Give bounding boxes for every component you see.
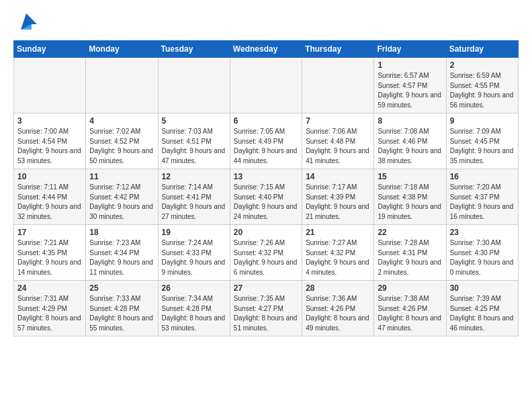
day-number: 11: [89, 172, 154, 181]
cell-0-6: 2Sunrise: 6:59 AM Sunset: 4:55 PM Daylig…: [446, 58, 518, 113]
cell-content: Sunrise: 7:20 AM Sunset: 4:37 PM Dayligh…: [450, 183, 515, 222]
cell-content: Sunrise: 7:35 AM Sunset: 4:27 PM Dayligh…: [234, 294, 298, 333]
cell-2-0: 10Sunrise: 7:11 AM Sunset: 4:44 PM Dayli…: [14, 169, 86, 225]
day-number: 4: [89, 116, 154, 126]
cell-content: Sunrise: 7:21 AM Sunset: 4:35 PM Dayligh…: [17, 238, 82, 277]
weekday-friday: Friday: [374, 41, 446, 58]
cell-0-4: [302, 58, 374, 113]
day-number: 28: [306, 283, 370, 293]
day-number: 21: [306, 228, 370, 237]
cell-4-2: 26Sunrise: 7:34 AM Sunset: 4:28 PM Dayli…: [158, 281, 230, 336]
week-row-0: 1Sunrise: 6:57 AM Sunset: 4:57 PM Daylig…: [14, 58, 519, 113]
cell-content: Sunrise: 6:59 AM Sunset: 4:55 PM Dayligh…: [450, 71, 515, 110]
header: [13, 11, 519, 32]
cell-1-6: 9Sunrise: 7:09 AM Sunset: 4:45 PM Daylig…: [446, 113, 518, 169]
weekday-sunday: Sunday: [14, 41, 86, 58]
day-number: 29: [378, 283, 442, 293]
cell-0-1: [86, 58, 158, 113]
day-number: 2: [450, 60, 515, 70]
cell-4-0: 24Sunrise: 7:31 AM Sunset: 4:29 PM Dayli…: [14, 281, 86, 336]
cell-1-0: 3Sunrise: 7:00 AM Sunset: 4:54 PM Daylig…: [14, 113, 86, 169]
cell-3-3: 20Sunrise: 7:26 AM Sunset: 4:32 PM Dayli…: [230, 225, 302, 281]
cell-3-4: 21Sunrise: 7:27 AM Sunset: 4:32 PM Dayli…: [302, 225, 374, 281]
cell-0-3: [230, 58, 302, 113]
day-number: 26: [162, 283, 226, 293]
cell-content: Sunrise: 7:31 AM Sunset: 4:29 PM Dayligh…: [17, 294, 82, 333]
day-number: 14: [306, 172, 370, 181]
cell-1-2: 5Sunrise: 7:03 AM Sunset: 4:51 PM Daylig…: [158, 113, 230, 169]
cell-content: Sunrise: 7:27 AM Sunset: 4:32 PM Dayligh…: [306, 238, 370, 277]
cell-content: Sunrise: 7:00 AM Sunset: 4:54 PM Dayligh…: [17, 127, 82, 166]
cell-content: Sunrise: 7:28 AM Sunset: 4:31 PM Dayligh…: [378, 238, 442, 277]
cell-2-6: 16Sunrise: 7:20 AM Sunset: 4:37 PM Dayli…: [446, 169, 518, 225]
weekday-header-row: SundayMondayTuesdayWednesdayThursdayFrid…: [14, 41, 519, 58]
cell-content: Sunrise: 7:09 AM Sunset: 4:45 PM Dayligh…: [450, 127, 515, 166]
week-row-3: 17Sunrise: 7:21 AM Sunset: 4:35 PM Dayli…: [14, 225, 519, 281]
cell-content: Sunrise: 7:05 AM Sunset: 4:49 PM Dayligh…: [234, 127, 298, 166]
cell-content: Sunrise: 7:24 AM Sunset: 4:33 PM Dayligh…: [162, 238, 226, 277]
weekday-monday: Monday: [86, 41, 158, 58]
cell-4-4: 28Sunrise: 7:36 AM Sunset: 4:26 PM Dayli…: [302, 281, 374, 336]
day-number: 5: [162, 116, 226, 126]
day-number: 19: [162, 228, 226, 237]
cell-content: Sunrise: 6:57 AM Sunset: 4:57 PM Dayligh…: [378, 71, 442, 110]
week-row-1: 3Sunrise: 7:00 AM Sunset: 4:54 PM Daylig…: [14, 113, 519, 169]
cell-0-5: 1Sunrise: 6:57 AM Sunset: 4:57 PM Daylig…: [374, 58, 446, 113]
day-number: 10: [17, 172, 82, 181]
cell-2-1: 11Sunrise: 7:12 AM Sunset: 4:42 PM Dayli…: [86, 169, 158, 225]
cell-content: Sunrise: 7:26 AM Sunset: 4:32 PM Dayligh…: [234, 238, 298, 277]
cell-content: Sunrise: 7:08 AM Sunset: 4:46 PM Dayligh…: [378, 127, 442, 166]
cell-content: Sunrise: 7:36 AM Sunset: 4:26 PM Dayligh…: [306, 294, 370, 333]
cell-content: Sunrise: 7:33 AM Sunset: 4:28 PM Dayligh…: [89, 294, 154, 333]
weekday-tuesday: Tuesday: [158, 41, 230, 58]
cell-content: Sunrise: 7:03 AM Sunset: 4:51 PM Dayligh…: [162, 127, 226, 166]
day-number: 9: [450, 116, 515, 126]
cell-2-5: 15Sunrise: 7:18 AM Sunset: 4:38 PM Dayli…: [374, 169, 446, 225]
cell-content: Sunrise: 7:12 AM Sunset: 4:42 PM Dayligh…: [89, 183, 154, 222]
cell-content: Sunrise: 7:02 AM Sunset: 4:52 PM Dayligh…: [89, 127, 154, 166]
cell-2-2: 12Sunrise: 7:14 AM Sunset: 4:41 PM Dayli…: [158, 169, 230, 225]
weekday-saturday: Saturday: [446, 41, 518, 58]
cell-1-3: 6Sunrise: 7:05 AM Sunset: 4:49 PM Daylig…: [230, 113, 302, 169]
day-number: 1: [378, 60, 442, 70]
day-number: 8: [378, 116, 442, 126]
day-number: 12: [162, 172, 226, 181]
cell-content: Sunrise: 7:14 AM Sunset: 4:41 PM Dayligh…: [162, 183, 226, 222]
day-number: 27: [234, 283, 298, 293]
day-number: 18: [89, 228, 154, 237]
day-number: 23: [450, 228, 515, 237]
day-number: 6: [234, 116, 298, 126]
logo: [13, 11, 37, 32]
day-number: 22: [378, 228, 442, 237]
day-number: 20: [234, 228, 298, 237]
day-number: 16: [450, 172, 515, 181]
cell-0-0: [14, 58, 86, 113]
cell-content: Sunrise: 7:23 AM Sunset: 4:34 PM Dayligh…: [89, 238, 154, 277]
cell-content: Sunrise: 7:15 AM Sunset: 4:40 PM Dayligh…: [234, 183, 298, 222]
cell-content: Sunrise: 7:18 AM Sunset: 4:38 PM Dayligh…: [378, 183, 442, 222]
cell-content: Sunrise: 7:17 AM Sunset: 4:39 PM Dayligh…: [306, 183, 370, 222]
day-number: 30: [450, 283, 515, 293]
cell-1-5: 8Sunrise: 7:08 AM Sunset: 4:46 PM Daylig…: [374, 113, 446, 169]
cell-2-4: 14Sunrise: 7:17 AM Sunset: 4:39 PM Dayli…: [302, 169, 374, 225]
cell-3-0: 17Sunrise: 7:21 AM Sunset: 4:35 PM Dayli…: [14, 225, 86, 281]
cell-0-2: [158, 58, 230, 113]
cell-1-1: 4Sunrise: 7:02 AM Sunset: 4:52 PM Daylig…: [86, 113, 158, 169]
weekday-wednesday: Wednesday: [230, 41, 302, 58]
cell-4-6: 30Sunrise: 7:39 AM Sunset: 4:25 PM Dayli…: [446, 281, 518, 336]
page: SundayMondayTuesdayWednesdayThursdayFrid…: [0, 0, 532, 343]
cell-3-5: 22Sunrise: 7:28 AM Sunset: 4:31 PM Dayli…: [374, 225, 446, 281]
day-number: 24: [17, 283, 82, 293]
cell-content: Sunrise: 7:06 AM Sunset: 4:48 PM Dayligh…: [306, 127, 370, 166]
cell-content: Sunrise: 7:38 AM Sunset: 4:26 PM Dayligh…: [378, 294, 442, 333]
calendar-table: SundayMondayTuesdayWednesdayThursdayFrid…: [13, 40, 519, 336]
cell-4-1: 25Sunrise: 7:33 AM Sunset: 4:28 PM Dayli…: [86, 281, 158, 336]
cell-2-3: 13Sunrise: 7:15 AM Sunset: 4:40 PM Dayli…: [230, 169, 302, 225]
week-row-4: 24Sunrise: 7:31 AM Sunset: 4:29 PM Dayli…: [14, 281, 519, 336]
cell-3-6: 23Sunrise: 7:30 AM Sunset: 4:30 PM Dayli…: [446, 225, 518, 281]
cell-1-4: 7Sunrise: 7:06 AM Sunset: 4:48 PM Daylig…: [302, 113, 374, 169]
day-number: 17: [17, 228, 82, 237]
cell-content: Sunrise: 7:30 AM Sunset: 4:30 PM Dayligh…: [450, 238, 515, 277]
day-number: 25: [89, 283, 154, 293]
cell-content: Sunrise: 7:34 AM Sunset: 4:28 PM Dayligh…: [162, 294, 226, 333]
